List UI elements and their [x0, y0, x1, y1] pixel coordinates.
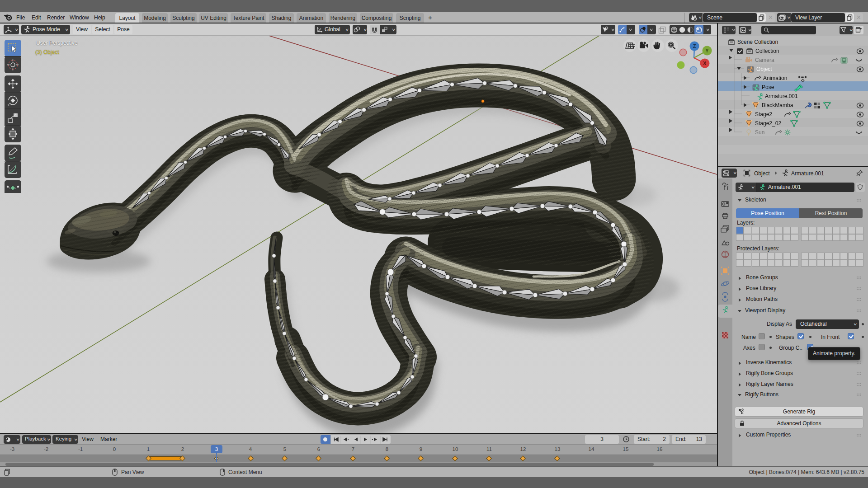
svg-text:Y: Y: [705, 48, 709, 53]
svg-text:X: X: [703, 61, 707, 66]
svg-text:Z: Z: [693, 43, 696, 49]
